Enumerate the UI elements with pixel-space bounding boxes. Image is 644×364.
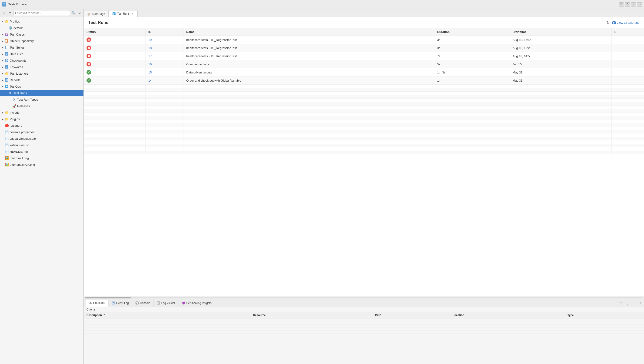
sidebar-item-default[interactable]: ⚙️ default [0, 25, 84, 31]
thumbnail2x-arrow [1, 163, 5, 166]
maximize-btn[interactable]: □ [637, 2, 642, 6]
maximize-bottom-btn[interactable]: □ [637, 300, 642, 306]
id-link[interactable]: 14 [148, 79, 152, 82]
table-row [84, 95, 644, 98]
tab-start-page[interactable]: 🏠 Start Page [84, 10, 108, 17]
svg-marker-26 [13, 98, 15, 101]
cell-name: healthcare-tests - TS_RegressionTest [184, 52, 434, 60]
table-row [84, 147, 644, 151]
cell-extra [612, 44, 644, 52]
self-healing-icon: 💜 [182, 302, 185, 305]
cell-extra [612, 76, 644, 84]
tab-log-viewer[interactable]: Log Viewer [154, 300, 179, 306]
console-arrow [1, 130, 5, 134]
cell-name: Common actions [184, 60, 434, 68]
testops-label: TestOps [10, 85, 21, 88]
sidebar-item-include[interactable]: 📁 Include [0, 109, 84, 116]
cell-id: 14 [146, 76, 184, 84]
data-files-label: Data Files [10, 52, 24, 56]
svg-rect-33 [112, 303, 114, 303]
sidebar-item-test-suites[interactable]: Test Suites [0, 44, 84, 51]
sidebar-item-plugins[interactable]: 📁 Plugins [0, 116, 84, 122]
col-id: ID [146, 28, 184, 36]
tab-console[interactable]: >_ Console [132, 300, 154, 306]
filter-btn[interactable]: ▽ [619, 300, 624, 306]
sidebar-item-thumbnail2x[interactable]: 🖼️ thumbnail@2x.png [0, 161, 84, 168]
svg-rect-11 [6, 47, 8, 48]
sidebar-item-object-repository[interactable]: Object Repository [0, 38, 84, 44]
problems-col-location: Location [450, 312, 565, 318]
minimize-btn[interactable]: － [631, 2, 636, 6]
keywords-arrow [1, 65, 5, 69]
svg-rect-3 [6, 34, 8, 34]
testsuite-icon [5, 45, 9, 50]
sidebar-item-keywords[interactable]: K Keywords [0, 64, 84, 70]
sidebar-item-globalvariables[interactable]: 📄 GlobalVariables.glbl [0, 135, 84, 142]
sidebar-menu-btn[interactable]: ☰ [2, 10, 6, 16]
cell-extra [612, 52, 644, 60]
gitignore-label: .gitignore [10, 124, 22, 128]
id-link[interactable]: 19 [148, 38, 152, 42]
refresh-sidebar-btn[interactable]: ↺ [77, 10, 82, 16]
checkpoint-icon [5, 58, 9, 62]
id-link[interactable]: 17 [148, 54, 152, 58]
id-link[interactable]: 15 [148, 71, 152, 74]
tab-self-healing[interactable]: 💜 Self-healing Insights [179, 300, 215, 306]
more-btn[interactable]: ⋮ [625, 300, 630, 306]
problems-col-resource: Resource [250, 312, 372, 318]
tab-problems[interactable]: ⚠ Problems [86, 300, 108, 306]
console-label: Console [140, 302, 150, 305]
test-runs-label: Test Runs [14, 91, 27, 95]
view-all-link[interactable]: View all test runs [612, 21, 639, 24]
sidebar-item-katalon-test[interactable]: 📄 katalon-test.sh [0, 142, 84, 148]
tab-bar: 🏠 Start Page Test Runs ✕ [84, 9, 644, 17]
sidebar-item-checkpoints[interactable]: Checkpoints [0, 57, 84, 64]
sidebar-item-releases[interactable]: 🚀 Releases [0, 103, 84, 109]
sidebar-item-test-runs[interactable]: Test Runs [0, 90, 84, 96]
sidebar-item-thumbnail[interactable]: 🖼️ thumbnail.png [0, 155, 84, 161]
reports-arrow [1, 78, 5, 82]
svg-rect-5 [6, 35, 8, 35]
sidebar-item-console-properties[interactable]: 📄 console.properties [0, 129, 84, 135]
id-link[interactable]: 18 [148, 46, 152, 50]
tab-test-runs[interactable]: Test Runs ✕ [109, 10, 138, 17]
sidebar-item-test-listeners[interactable]: 📁 Test Listeners [0, 70, 84, 77]
tab-event-log[interactable]: Event Log [108, 300, 132, 306]
horizontal-scrollbar[interactable] [84, 296, 644, 299]
log-viewer-label: Log Viewer [161, 302, 175, 305]
col-status: Status [84, 28, 146, 36]
problems-label: Problems [93, 301, 105, 304]
sidebar-item-test-run-types[interactable]: Test Run Types [0, 96, 84, 103]
restore-btn[interactable]: ⧉ [619, 2, 624, 6]
event-log-icon [112, 302, 115, 305]
test-runs-arrow [5, 91, 8, 95]
testops-arrow [1, 84, 5, 88]
cell-start-time: Aug 18, 14:58 [510, 52, 612, 60]
sidebar-item-gitignore[interactable]: 🔴 .gitignore [0, 122, 84, 129]
sidebar-item-reports[interactable]: Reports [0, 77, 84, 83]
status-text: 0 items [86, 308, 96, 311]
sidebar-dropdown-btn[interactable]: ▾ [8, 10, 12, 16]
cell-extra [612, 36, 644, 44]
sidebar-item-data-files[interactable]: Data Files [0, 51, 84, 57]
test-runs-tab-close[interactable]: ✕ [131, 12, 134, 15]
table-row [84, 112, 644, 116]
cell-name: healthcare-tests - TS_RegressionTest [184, 36, 434, 44]
cell-duration: 3s [434, 36, 510, 44]
app-window: T Tests Explorer ⧉ ⚙ － □ ☰ ▾ 🔍 ↺ [0, 0, 644, 364]
refresh-btn[interactable]: ↻ [606, 20, 610, 25]
checkpoints-label: Checkpoints [10, 59, 26, 62]
settings-btn[interactable]: ⚙ [625, 2, 630, 6]
minimize-bottom-btn[interactable]: － [631, 300, 636, 306]
scrollbar-thumb[interactable] [85, 297, 131, 298]
sidebar-item-testops[interactable]: TestOps [0, 83, 84, 90]
sidebar-item-readme[interactable]: 📄 README.md [0, 148, 84, 155]
readme-arrow [1, 150, 5, 154]
sidebar-item-profiles[interactable]: 📁 Profiles [0, 18, 84, 25]
sidebar-item-test-cases[interactable]: Test Cases [0, 31, 84, 38]
search-btn[interactable]: 🔍 [71, 10, 76, 16]
profiles-label: Profiles [10, 20, 20, 23]
id-link[interactable]: 16 [148, 62, 152, 66]
svg-point-16 [6, 60, 7, 61]
search-input[interactable] [14, 10, 70, 16]
